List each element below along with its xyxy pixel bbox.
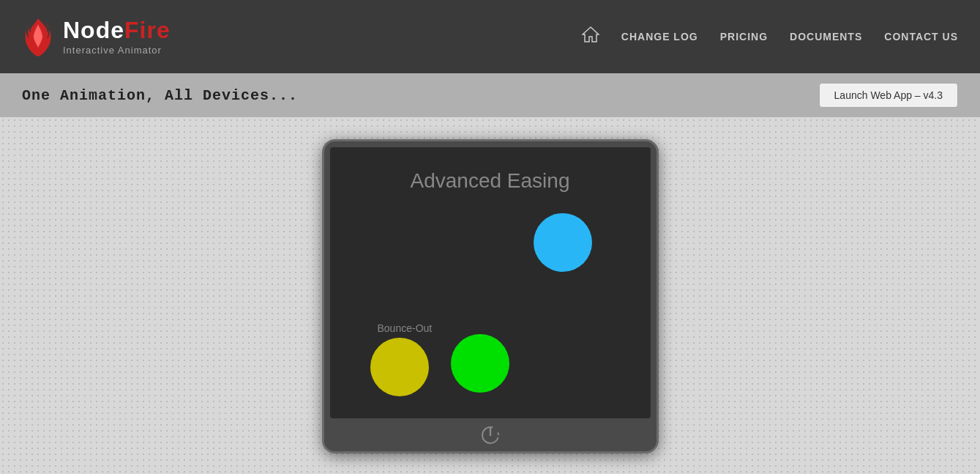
launch-webapp-button[interactable]: Launch Web App – v4.3	[819, 83, 958, 108]
pricing-nav-link[interactable]: PRICING	[720, 31, 768, 42]
logo-tagline: Interactive Animator	[63, 45, 171, 56]
header: NodeFire Interactive Animator CHANGE LOG…	[0, 0, 980, 73]
changelog-nav-link[interactable]: CHANGE LOG	[621, 31, 698, 42]
blue-circle	[534, 213, 592, 272]
logo-name: NodeFire	[63, 18, 171, 42]
yellow-circle	[370, 338, 429, 396]
home-icon	[582, 26, 599, 42]
main-content: Advanced Easing Bounce-Out	[0, 117, 980, 474]
bounce-label: Bounce-Out	[378, 322, 433, 334]
home-nav-link[interactable]	[582, 26, 599, 47]
animation-title: Advanced Easing	[330, 147, 651, 207]
device-bottom-bar	[324, 418, 657, 451]
subheader-title: One Animation, All Devices...	[22, 87, 298, 104]
subheader: One Animation, All Devices... Launch Web…	[0, 73, 980, 117]
svg-marker-0	[583, 27, 599, 42]
device-screen: Advanced Easing Bounce-Out	[330, 147, 651, 418]
flame-icon	[22, 17, 54, 57]
device-frame: Advanced Easing Bounce-Out	[322, 139, 659, 453]
green-circle	[451, 334, 509, 393]
logo-text-area: NodeFire Interactive Animator	[63, 18, 171, 56]
logo-area: NodeFire Interactive Animator	[22, 17, 171, 57]
documents-nav-link[interactable]: DOCUMENTS	[790, 31, 862, 42]
main-nav: CHANGE LOG PRICING DOCUMENTS CONTACT US	[582, 26, 958, 47]
contact-nav-link[interactable]: CONTACT US	[884, 31, 958, 42]
power-icon	[480, 425, 501, 445]
